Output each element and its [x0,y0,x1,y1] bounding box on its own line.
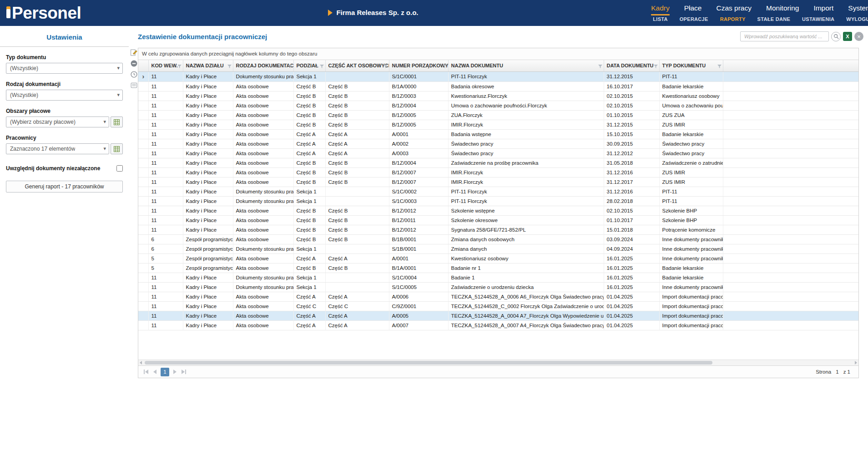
table-row[interactable]: 11Kadry i PłaceDokumenty stosunku pracyS… [138,187,858,196]
table-cell: PIT-11 Florczyk [448,71,604,81]
table-row[interactable]: 5Zespół programistycznyAkta osoboweCzęść… [138,263,858,273]
search-input[interactable] [740,31,829,41]
expand-cell [138,225,148,234]
tab-ustawienia[interactable]: USTAWIENIA [802,16,834,22]
filter-icon[interactable] [177,64,182,69]
table-row[interactable]: 11Kadry i PłaceAkta osoboweCzęść ACzęść … [138,148,858,158]
table-cell: 31.12.2015 [604,71,659,81]
history-icon[interactable] [130,71,138,78]
search-button[interactable] [831,32,841,41]
table-cell: 31.05.2018 [604,158,659,167]
tab-system[interactable]: System [848,4,868,15]
rodzaj-dokumentacji-select[interactable]: (Wszystkie)▾ [6,90,123,101]
group-by-hint[interactable]: W celu zgrupowania danych przeciągnij na… [138,48,858,60]
table-row[interactable]: 11Kadry i PłaceAkta osoboweCzęść BCzęść … [138,110,858,120]
table-row[interactable]: 6Zespół programistycznyAkta osoboweCzęść… [138,234,858,244]
filler-cell [723,301,858,311]
obszary-placowe-select[interactable]: (Wybierz obszary płacowe)▾ [6,117,109,127]
tab-wyloguj[interactable]: WYLOGUJ [846,16,868,22]
tab-monitoring[interactable]: Monitoring [766,4,799,15]
column-header-podział[interactable]: PODZIAŁ [293,60,325,71]
table-row[interactable]: 11Kadry i PłaceAkta osoboweCzęść ACzęść … [138,320,858,330]
tab-płace[interactable]: Płace [684,4,702,15]
table-row[interactable]: ›11Kadry i PłaceDokumenty stosunku pracy… [138,71,858,81]
column-header-kod-wew-[interactable]: KOD WEW. [148,60,183,71]
scroll-left-icon[interactable] [140,361,142,365]
filter-icon[interactable] [717,64,722,69]
obszary-placowe-picker-button[interactable] [111,117,123,127]
table-row[interactable]: 11Kadry i PłaceAkta osoboweCzęść ACzęść … [138,311,858,320]
pager-first-button[interactable] [143,369,149,375]
table-row[interactable]: 11Kadry i PłaceAkta osoboweCzęść BCzęść … [138,167,858,177]
table-cell: Kadry i Płace [183,101,233,110]
table-cell: Część B [293,263,325,273]
filter-icon[interactable] [288,64,292,69]
column-header-numer-porządkowy[interactable]: NUMER PORZĄDKOWY [389,60,448,71]
table-row[interactable]: 11Kadry i PłaceAkta osoboweCzęść BCzęść … [138,206,858,215]
tab-operacje[interactable]: OPERACJE [680,16,708,22]
preview-icon[interactable] [130,81,138,89]
pager-prev-button[interactable] [152,369,157,375]
table-row[interactable]: 11Kadry i PłaceAkta osoboweCzęść BCzęść … [138,101,858,110]
pracownicy-select[interactable]: Zaznaczono 17 elementów▾ [6,143,109,154]
column-header-nazwa-dokumentu[interactable]: NAZWA DOKUMENTU [448,60,604,71]
typ-dokumentu-select[interactable]: (Wszystkie)▾ [6,63,123,74]
scroll-right-icon[interactable] [855,361,857,365]
excel-export-button[interactable]: X [843,32,852,41]
tab-czas-pracy[interactable]: Czas pracy [716,4,752,15]
table-cell: Kwestionariusz osobowy [448,253,604,263]
pracownicy-picker-button[interactable] [111,143,123,154]
table-row[interactable]: 11Kadry i PłaceAkta osoboweCzęść ACzęść … [138,129,858,139]
filter-icon[interactable] [227,64,232,69]
table-row[interactable]: 11Kadry i PłaceAkta osoboweCzęść BCzęść … [138,158,858,167]
generate-report-button[interactable]: Generuj raport - 17 pracowników [6,181,123,193]
column-header-część-akt-osobowych[interactable]: CZĘŚĆ AKT OSOBOWYCH [325,60,389,71]
table-row[interactable]: 11Kadry i PłaceAkta osoboweCzęść BCzęść … [138,120,858,129]
table-cell: 02.10.2015 [604,206,659,215]
tab-kadry[interactable]: Kadry [651,4,670,15]
table-row[interactable]: 11Kadry i PłaceAkta osoboweCzęść BCzęść … [138,81,858,91]
tab-lista[interactable]: LISTA [653,16,667,22]
expand-row-icon[interactable]: › [142,73,144,80]
rodzaj-dokumentacji-label: Rodzaj dokumentacji [6,81,123,87]
pager-next-button[interactable] [172,369,177,375]
tab-raporty[interactable]: RAPORTY [720,16,746,22]
column-header-nazwa-działu[interactable]: NAZWA DZIAŁU [183,60,233,71]
pager-last-button[interactable] [181,369,187,375]
filter-icon[interactable] [654,64,658,69]
filter-icon[interactable] [598,64,602,69]
tab-stałe-dane[interactable]: STAŁE DANE [757,16,790,22]
filter-icon[interactable] [443,64,447,69]
pager-current-page[interactable]: 1 [161,368,169,376]
table-row[interactable]: 11Kadry i PłaceAkta osoboweCzęść BCzęść … [138,177,858,187]
tab-import[interactable]: Import [813,4,833,15]
scrollbar-thumb[interactable] [145,361,712,365]
remove-circle-icon[interactable] [130,60,138,67]
horizontal-scrollbar[interactable] [138,360,858,365]
column-header-data-dokumentu[interactable]: DATA DOKUMENTU [604,60,659,71]
table-row[interactable]: 11Kadry i PłaceDokumenty stosunku pracyS… [138,282,858,292]
filter-icon[interactable] [320,64,324,69]
close-icon: × [857,34,861,40]
table-row[interactable]: 11Kadry i PłaceDokumenty stosunku pracyS… [138,196,858,206]
table-row[interactable]: 11Kadry i PłaceAkta osoboweCzęść ACzęść … [138,292,858,301]
expand-cell: › [138,71,148,81]
table-cell: Akta osobowe [233,320,293,330]
table-row[interactable]: 11Kadry i PłaceAkta osoboweCzęść BCzęść … [138,225,858,234]
column-header-rodzaj-dokumentacji[interactable]: RODZAJ DOKUMENTACJI [233,60,293,71]
table-cell: Szkolenie BHP [659,206,723,215]
table-cell: Część A [325,292,389,301]
include-unattached-checkbox[interactable] [116,165,123,172]
edit-document-icon[interactable] [130,49,138,56]
table-cell: B/1Z/0007 [389,177,448,187]
table-row[interactable]: 6Zespół programistycznyDokumenty stosunk… [138,244,858,253]
table-row[interactable]: 5Zespół programistycznyAkta osoboweCzęść… [138,253,858,263]
column-header-typ-dokumentu[interactable]: TYP DOKUMENTU [659,60,723,71]
table-row[interactable]: 11Kadry i PłaceAkta osoboweCzęść ACzęść … [138,139,858,148]
table-row[interactable]: 11Kadry i PłaceAkta osoboweCzęść BCzęść … [138,91,858,101]
table-row[interactable]: 11Kadry i PłaceAkta osoboweCzęść CCzęść … [138,301,858,311]
filter-icon[interactable] [384,64,388,69]
close-button[interactable]: × [854,32,863,41]
table-row[interactable]: 11Kadry i PłaceAkta osoboweCzęść BCzęść … [138,215,858,225]
table-row[interactable]: 11Kadry i PłaceDokumenty stosunku pracyS… [138,273,858,282]
